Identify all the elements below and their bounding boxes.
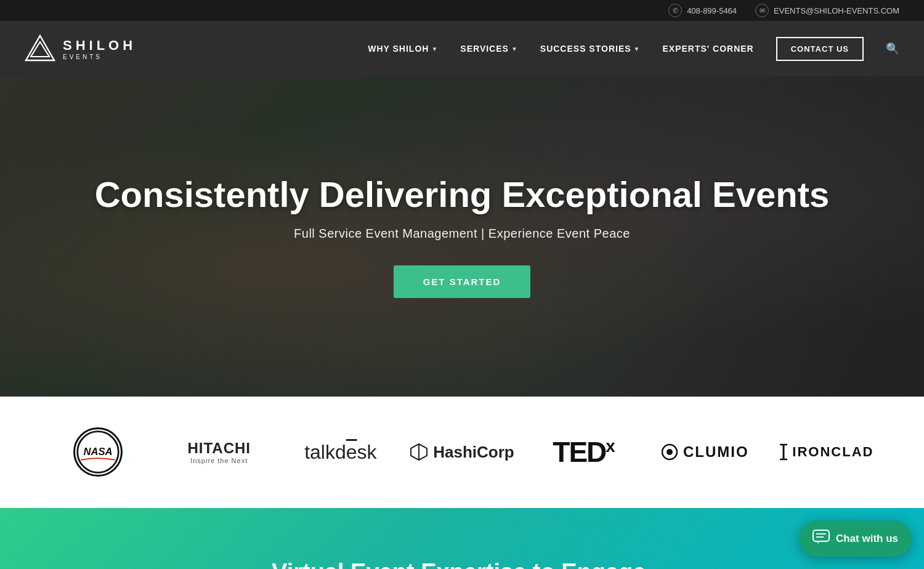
chat-widget[interactable]: Chat with us	[799, 521, 912, 557]
hitachi-tagline: Inspire the Next	[187, 457, 251, 464]
nav-why-shiloh[interactable]: WHY SHILOH ▼	[368, 44, 438, 54]
talkdesk-logo-item: talkdesk	[280, 441, 401, 464]
hero-content: Consistently Delivering Exceptional Even…	[70, 175, 854, 298]
ironclad-icon	[779, 443, 788, 461]
phone-link[interactable]: ✆ 408-899-5464	[668, 4, 737, 17]
logos-section: NASA HITACHI Inspire the Next talkdesk H…	[0, 397, 924, 508]
svg-text:NASA: NASA	[83, 446, 112, 458]
clumio-logo: CLUMIO	[661, 443, 749, 461]
email-link[interactable]: ✉ EVENTS@SHILOH-EVENTS.COM	[755, 4, 899, 17]
hero-section: Consistently Delivering Exceptional Even…	[0, 76, 924, 397]
tedx-logo: TEDx	[553, 435, 614, 469]
clumio-icon	[661, 443, 678, 461]
svg-marker-1	[31, 42, 49, 57]
logo-sub: EVENTS	[63, 54, 136, 60]
nasa-logo: NASA	[73, 427, 123, 477]
email-address: EVENTS@SHILOH-EVENTS.COM	[774, 6, 899, 15]
search-button[interactable]: 🔍	[886, 42, 899, 55]
logo[interactable]: SHILOH EVENTS	[25, 33, 136, 64]
ironclad-logo: IRONCLAD	[779, 443, 873, 461]
hashicorp-logo: HashiCorp	[410, 443, 514, 462]
teal-section-title: Virtual Event Expertise to Engage, Conne…	[246, 557, 678, 569]
hero-subtitle: Full Service Event Management | Experien…	[95, 227, 830, 241]
nav-services[interactable]: SERVICES ▼	[460, 44, 517, 54]
hashicorp-logo-item: HashiCorp	[401, 443, 522, 462]
chevron-down-icon: ▼	[511, 46, 518, 52]
nav-experts-corner[interactable]: EXPERTS' CORNER	[662, 44, 753, 54]
contact-us-button[interactable]: CONTACT US	[776, 37, 864, 61]
svg-rect-11	[813, 530, 829, 541]
hitachi-logo: HITACHI Inspire the Next	[187, 440, 251, 464]
clumio-logo-item: CLUMIO	[644, 443, 766, 461]
nasa-logo-svg: NASA	[75, 427, 121, 477]
chevron-down-icon: ▼	[431, 46, 438, 52]
nav-success-stories[interactable]: SUCCESS STORIES ▼	[540, 44, 641, 54]
hitachi-logo-item: HITACHI Inspire the Next	[158, 440, 280, 464]
nasa-logo-item: NASA	[37, 427, 158, 477]
top-bar: ✆ 408-899-5464 ✉ EVENTS@SHILOH-EVENTS.CO…	[0, 0, 924, 21]
svg-point-7	[667, 449, 673, 455]
chat-label: Chat with us	[836, 533, 898, 545]
get-started-button[interactable]: GET STARTED	[394, 265, 531, 298]
hashicorp-icon	[410, 443, 428, 461]
clumio-name: CLUMIO	[683, 443, 749, 461]
teal-section: Virtual Event Expertise to Engage, Conne…	[0, 508, 924, 569]
phone-icon: ✆	[668, 4, 682, 17]
email-icon: ✉	[755, 4, 769, 17]
chevron-down-icon: ▼	[634, 46, 641, 52]
ironclad-logo-item: IRONCLAD	[766, 443, 887, 461]
svg-marker-14	[816, 541, 819, 544]
tedx-logo-item: TEDx	[523, 435, 644, 469]
logo-name: SHILOH	[63, 38, 136, 54]
logo-triangle-icon	[25, 33, 55, 64]
phone-number: 408-899-5464	[687, 6, 737, 15]
talkdesk-logo: talkdesk	[304, 441, 376, 464]
ironclad-name: IRONCLAD	[792, 444, 873, 460]
main-nav: WHY SHILOH ▼ SERVICES ▼ SUCCESS STORIES …	[368, 37, 899, 61]
chat-icon	[813, 530, 830, 548]
hashicorp-name: HashiCorp	[433, 443, 514, 462]
hitachi-name: HITACHI	[187, 440, 251, 457]
header: SHILOH EVENTS WHY SHILOH ▼ SERVICES ▼ SU…	[0, 21, 924, 76]
logo-text-block: SHILOH EVENTS	[63, 38, 136, 60]
chat-bubble-icon	[813, 530, 830, 544]
hero-title: Consistently Delivering Exceptional Even…	[95, 175, 830, 214]
